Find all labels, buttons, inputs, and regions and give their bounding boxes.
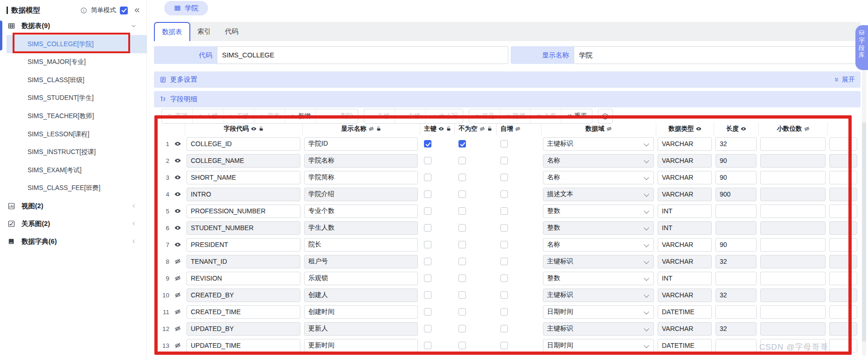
- annotation-red-box-sidebar: [13, 33, 130, 53]
- expand-link[interactable]: 展开: [833, 76, 855, 84]
- sidebar-item-sims_class_fee[interactable]: SIMS_CLASS_FEE[班费]: [7, 179, 147, 197]
- code-input[interactable]: [217, 46, 508, 64]
- scrollbar-thumb[interactable]: [862, 122, 866, 342]
- double-chevron-down-icon: [833, 77, 840, 83]
- sidebar-item-sims_instruct[interactable]: SIMS_INSTRUCT[授课]: [7, 143, 147, 162]
- sidebar-section-tables[interactable]: 数据表(9): [7, 18, 141, 34]
- table-grid-icon: [174, 5, 181, 12]
- code-field-label: 代码: [154, 46, 217, 64]
- open-table-tab-label: 学院: [185, 4, 198, 13]
- watermark: CSDN @字母哥哥: [759, 342, 828, 352]
- sidebar-section-label: 数据表(9): [21, 21, 50, 30]
- tab-code[interactable]: 代码: [218, 22, 245, 41]
- simple-mode-label: 简单模式: [91, 6, 116, 14]
- sidebar-item-sims_student[interactable]: SIMS_STUDENT[学生]: [7, 89, 147, 107]
- sidebar-section-label: 数据字典(6): [21, 237, 57, 246]
- tab-index[interactable]: 索引: [190, 22, 218, 41]
- chevron-left-icon[interactable]: [131, 239, 137, 244]
- chevron-left-icon[interactable]: [131, 221, 137, 226]
- sidebar-item-sims_major[interactable]: SIMS_MAJOR[专业]: [7, 53, 147, 71]
- field-detail-bar[interactable]: 字段明细: [154, 91, 861, 107]
- chevron-left-icon[interactable]: [131, 203, 137, 209]
- field-list-icon: [160, 96, 167, 103]
- field-library-toggle[interactable]: 字段库: [855, 25, 868, 70]
- sidebar: 数据模型 简单模式 数据表(9) SIMS_COLLEGE[学院]SIMS_MA…: [0, 0, 147, 359]
- sidebar-item-sims_class[interactable]: SIMS_CLASS[班级]: [7, 71, 147, 89]
- tab-data-table[interactable]: 数据表: [154, 22, 190, 41]
- sidebar-section-dictionary[interactable]: 数据字典(6): [7, 233, 141, 249]
- annotation-red-box-table: [154, 115, 852, 355]
- sidebar-section-label: 关系图(2): [21, 219, 50, 228]
- sidebar-section-relations[interactable]: 关系图(2): [7, 216, 141, 232]
- display-name-field-label: 显示名称: [511, 46, 574, 64]
- sidebar-item-sims_lesson[interactable]: SIMS_LESSON[课程]: [7, 125, 147, 143]
- document-icon: [160, 76, 167, 83]
- sidebar-accent-bar: [0, 21, 2, 50]
- table-grid-icon: [7, 22, 15, 30]
- sidebar-item-sims_teacher[interactable]: SIMS_TEACHER[教师]: [7, 107, 147, 125]
- relation-diagram-icon: [7, 220, 15, 228]
- simple-mode-checkbox[interactable]: [120, 7, 128, 14]
- open-table-tab[interactable]: 学院: [164, 1, 208, 15]
- field-library-icon: [859, 29, 865, 35]
- more-settings-label: 更多设置: [170, 75, 197, 84]
- chevron-down-icon[interactable]: [131, 23, 137, 29]
- display-name-input[interactable]: [574, 46, 857, 64]
- sidebar-section-label: 视图(2): [21, 202, 43, 211]
- sidebar-section-views[interactable]: 视图(2): [7, 198, 141, 214]
- sidebar-header: 数据模型 简单模式: [7, 4, 141, 16]
- view-chart-icon: [7, 202, 15, 210]
- double-chevron-left-icon[interactable]: [133, 7, 141, 14]
- field-detail-label: 字段明细: [170, 95, 197, 104]
- sidebar-title: 数据模型: [7, 7, 40, 14]
- dictionary-book-icon: [7, 238, 15, 246]
- field-library-label: 字段库: [859, 37, 865, 59]
- more-settings-bar[interactable]: 更多设置 展开: [154, 71, 861, 88]
- info-circle-icon: [80, 7, 87, 14]
- sidebar-item-sims_exam[interactable]: SIMS_EXAM[考试]: [7, 161, 147, 179]
- detail-tabbar: 数据表 索引 代码: [154, 22, 861, 41]
